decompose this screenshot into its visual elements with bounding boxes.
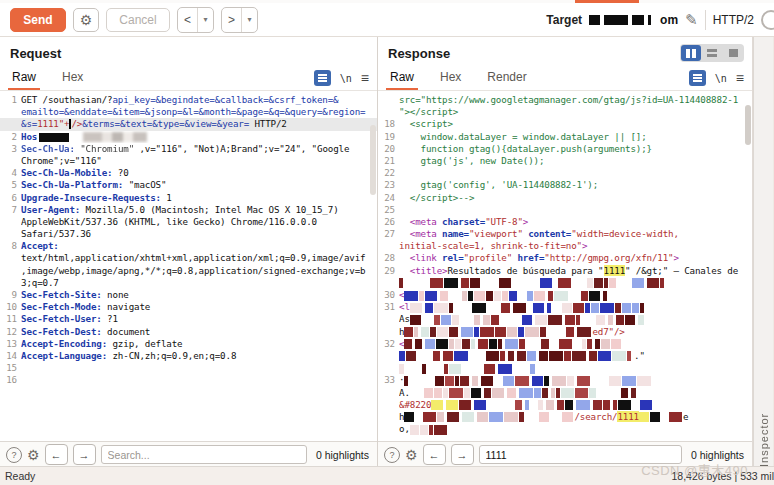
- request-tab-row: Raw Hex \n ≡: [0, 65, 377, 91]
- request-tab-raw[interactable]: Raw: [10, 70, 38, 90]
- blurred-text: [83, 132, 147, 142]
- censored-mosaic: [410, 387, 639, 398]
- request-menu-hamburger-icon[interactable]: ≡: [361, 70, 369, 86]
- request-search-bar: ? ⚙ ← → 0 highlights: [0, 441, 377, 467]
- repeater-toolbar: Send ⚙ Cancel < ▾ > ▾ Target om ✎ HTTP/2: [0, 3, 774, 37]
- forward-icon[interactable]: >: [222, 8, 242, 32]
- edit-target-pencil-icon[interactable]: ✎: [685, 11, 698, 29]
- code-line: 16: [0, 374, 377, 386]
- search-prev-button[interactable]: ←: [423, 444, 446, 465]
- prettify-icon[interactable]: [689, 70, 706, 86]
- censored-mosaic: [399, 277, 672, 288]
- redaction-block: [604, 15, 628, 25]
- code-line: 6Upgrade-Insecure-Requests: 1: [0, 192, 377, 204]
- code-line: 3Sec-Ch-Ua: "Chromium" ,v="116", "Not)A;…: [0, 143, 377, 155]
- censored-mosaic: [399, 362, 538, 373]
- code-line: 31<l: [378, 301, 752, 313]
- show-newlines-toggle[interactable]: \n: [340, 73, 352, 84]
- censored-mosaic: [410, 301, 645, 312]
- code-line: A.: [378, 387, 752, 399]
- editors-area: Request Raw Hex \n ≡ 1GET /southasian/?a…: [0, 37, 774, 467]
- layout-rows-icon[interactable]: [702, 45, 722, 61]
- response-menu-hamburger-icon[interactable]: ≡: [736, 70, 744, 86]
- send-button[interactable]: Send: [10, 8, 66, 32]
- censored-mosaic: [639, 411, 650, 422]
- code-line: 25: [378, 204, 752, 216]
- target-section: Target om ✎ HTTP/2: [546, 10, 774, 30]
- code-line: initial-scale=1, shrink-to-fit=no">: [378, 240, 752, 252]
- code-line: As: [378, 313, 752, 325]
- search-help-icon[interactable]: ?: [384, 447, 400, 463]
- history-back-button[interactable]: < ▾: [177, 7, 214, 33]
- code-line: emailto=&enddate=&item=&jsonp=&l=&month=…: [0, 106, 377, 118]
- code-line: h/search/1111e: [378, 411, 752, 423]
- response-tab-row: Raw Hex Render \n ≡: [378, 65, 752, 91]
- code-line: 26 <meta charset="UTF-8">: [378, 216, 752, 228]
- code-line: 15: [0, 362, 377, 374]
- code-line: 4Sec-Ch-Ua-Mobile: ?0: [0, 167, 377, 179]
- show-newlines-toggle[interactable]: \n: [715, 73, 727, 84]
- response-scrollbar[interactable]: [745, 105, 751, 145]
- layout-columns-icon[interactable]: [681, 45, 701, 61]
- code-line: .": [378, 350, 752, 362]
- inspector-collapsed-panel[interactable]: Inspector: [753, 37, 773, 467]
- code-line: 24 </script>-->: [378, 192, 752, 204]
- search-settings-gear-icon[interactable]: ⚙: [405, 448, 418, 462]
- code-line: Chrome";v="116": [0, 155, 377, 167]
- response-highlights-count: 0 highlights: [691, 449, 744, 461]
- code-line: 10Sec-Fetch-Mode: navigate: [0, 301, 377, 313]
- forward-dropdown-chevron-icon[interactable]: ▾: [242, 8, 257, 32]
- request-editor[interactable]: 1GET /southasian/?api_key=&begindate=&ca…: [0, 91, 377, 441]
- response-editor[interactable]: src="https://www.googletagmanager.com/gt…: [378, 91, 752, 441]
- code-line: &#8220: [378, 399, 752, 411]
- code-line: 28 <link rel="profile" href="http://gmpg…: [378, 252, 752, 264]
- layout-single-icon[interactable]: [723, 45, 743, 61]
- toolbar-divider: [705, 10, 706, 30]
- code-line: ,image/webp,image/apng,*/*;q=0.8,applica…: [0, 265, 377, 277]
- censored-mosaic: [404, 374, 658, 385]
- request-panel: Request Raw Hex \n ≡ 1GET /southasian/?a…: [0, 37, 378, 467]
- code-line: [378, 362, 752, 374]
- code-line: &s=1111"+/>&terms=&text=&type=&view=&yea…: [0, 118, 377, 130]
- cancel-button[interactable]: Cancel: [106, 8, 170, 32]
- response-tab-hex[interactable]: Hex: [438, 70, 463, 90]
- code-line: 13Accept-Encoding: gzip, deflate: [0, 338, 377, 350]
- back-dropdown-chevron-icon[interactable]: ▾: [198, 8, 213, 32]
- code-line: 8Accept:: [0, 240, 377, 252]
- search-next-button[interactable]: →: [451, 444, 474, 465]
- layout-toggle-group: [680, 44, 744, 62]
- censored-mosaic: [404, 338, 622, 349]
- response-tab-render[interactable]: Render: [485, 70, 528, 90]
- search-next-button[interactable]: →: [73, 444, 96, 465]
- redaction-block: [589, 15, 600, 25]
- response-tab-raw[interactable]: Raw: [388, 70, 416, 90]
- code-line: o,: [378, 423, 752, 435]
- response-panel-title: Response: [388, 46, 450, 61]
- search-settings-gear-icon[interactable]: ⚙: [27, 448, 40, 462]
- code-line: 32<: [378, 338, 752, 350]
- request-search-input[interactable]: [101, 445, 307, 464]
- prettify-icon[interactable]: [314, 70, 331, 86]
- request-tab-hex[interactable]: Hex: [60, 70, 85, 90]
- request-scrollbar[interactable]: [370, 125, 376, 195]
- search-prev-button[interactable]: ←: [45, 444, 68, 465]
- search-help-icon[interactable]: ?: [6, 447, 22, 463]
- back-icon[interactable]: <: [178, 8, 198, 32]
- code-line: 14Accept-Language: zh-CN,zh;q=0.9,en;q=0…: [0, 350, 377, 362]
- redaction-block: [632, 15, 644, 25]
- csdn-watermark: CSDN @惠木490: [641, 460, 748, 479]
- censored-mosaic: [459, 399, 655, 410]
- code-line: 22: [378, 167, 752, 179]
- code-line: text/html,application/xhtml+xml,applicat…: [0, 252, 377, 264]
- http-version-label: HTTP/2: [713, 13, 754, 27]
- send-settings-gear-icon[interactable]: ⚙: [73, 8, 99, 32]
- code-line: src="https://www.googletagmanager.com/gt…: [378, 94, 752, 106]
- code-line: 29 <title>Resultados de búsqueda para "1…: [378, 265, 752, 277]
- code-line: 27 <meta name="viewport" content="width=…: [378, 228, 752, 240]
- redaction-block: [39, 133, 69, 142]
- history-forward-button[interactable]: > ▾: [221, 7, 258, 33]
- edge-partial-control[interactable]: [761, 10, 774, 30]
- code-line: 30<: [378, 289, 752, 301]
- censored-mosaic: [404, 411, 574, 422]
- code-line: Safari/537.36: [0, 228, 377, 240]
